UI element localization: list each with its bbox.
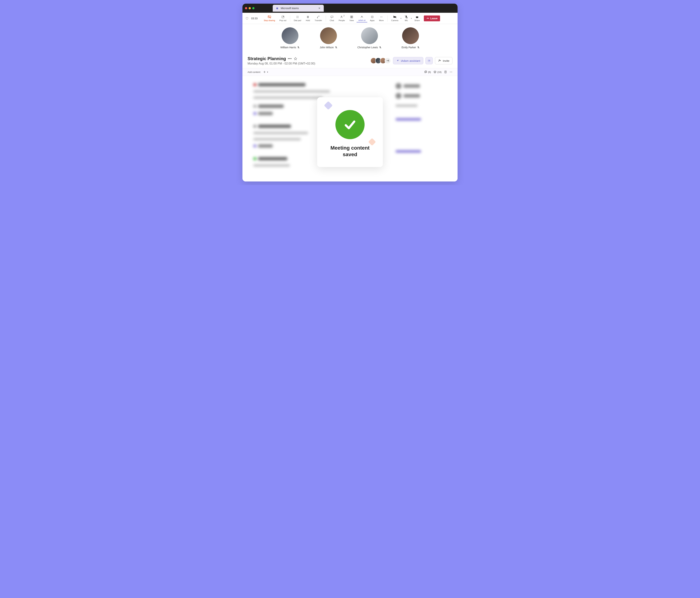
adam-ai-button[interactable]: adam.ai	[356, 14, 367, 22]
more-attendees-badge[interactable]: +4	[385, 58, 391, 64]
svg-point-32	[429, 60, 430, 61]
chevron-down-icon[interactable]: ▾	[411, 17, 412, 19]
browser-tab[interactable]: Microsoft teams	[273, 5, 324, 12]
svg-point-23	[380, 17, 381, 17]
svg-rect-21	[352, 17, 353, 18]
minimize-window-button[interactable]	[249, 7, 251, 9]
mic-muted-icon	[417, 46, 420, 49]
mic-control[interactable]: Mic ▾	[402, 15, 412, 22]
participant-name: Christopher Lewis	[357, 46, 378, 49]
chevron-down-icon[interactable]: ▾	[400, 17, 401, 19]
adam-ai-icon	[360, 15, 364, 19]
camera-off-icon	[393, 15, 397, 19]
content-more-button[interactable]	[450, 71, 452, 73]
success-check-icon	[335, 110, 365, 139]
avatar	[282, 27, 298, 44]
svg-point-33	[439, 59, 440, 60]
stop-sharing-button[interactable]: Stop sharing	[262, 15, 277, 22]
invite-icon	[438, 59, 441, 62]
layers-icon	[433, 71, 436, 73]
participant-card: William Harris	[280, 27, 300, 49]
meeting-toolbar: 03:33 Stop sharing Pop out Dial pad Hold…	[243, 13, 457, 24]
avatar	[320, 27, 337, 44]
sparkle-icon	[396, 59, 399, 62]
svg-point-7	[298, 16, 298, 16]
more-icon	[380, 15, 383, 19]
apps-button[interactable]: Apps	[368, 15, 376, 22]
meeting-header: Strategic Planning ••• Monday Aug 08, 01…	[243, 53, 457, 68]
svg-rect-35	[425, 71, 427, 73]
camera-control[interactable]: Camera ▾	[390, 15, 401, 22]
document-view-button[interactable]	[444, 71, 447, 73]
favorite-button[interactable]	[294, 57, 297, 60]
mic-off-icon	[404, 15, 408, 19]
titlebar: Microsoft teams	[243, 4, 457, 13]
leave-button[interactable]: Leave	[424, 16, 440, 21]
svg-point-13	[298, 18, 298, 18]
dial-pad-button[interactable]: Dial pad	[292, 15, 303, 22]
chat-button[interactable]: Chat	[328, 15, 336, 22]
svg-point-39	[452, 72, 452, 72]
call-duration: 03:33	[251, 17, 257, 20]
people-button[interactable]: 2 People	[337, 15, 347, 22]
svg-rect-18	[351, 16, 351, 17]
close-tab-button[interactable]	[318, 7, 321, 10]
stack-count-button[interactable]: (10)	[433, 71, 442, 73]
mic-muted-icon	[379, 46, 381, 49]
svg-point-38	[451, 72, 451, 72]
invite-button[interactable]: Invite	[435, 57, 452, 64]
iadam-assistant-button[interactable]: iAdam assistant	[393, 57, 423, 64]
gear-sparkle-icon	[427, 59, 431, 62]
participant-card: John Wilson	[320, 27, 337, 49]
assistant-settings-button[interactable]	[425, 57, 433, 64]
hold-icon	[306, 15, 309, 19]
svg-point-10	[298, 17, 298, 17]
participant-name: John Wilson	[320, 46, 333, 49]
svg-rect-15	[308, 16, 309, 18]
view-icon	[350, 15, 353, 19]
add-content-button[interactable]	[263, 70, 266, 74]
separator	[290, 15, 290, 22]
close-window-button[interactable]	[245, 7, 247, 9]
maximize-window-button[interactable]	[252, 7, 254, 9]
cards-count-button[interactable]: (6)	[424, 71, 431, 73]
more-icon	[450, 71, 452, 73]
share-button[interactable]: Share	[412, 15, 422, 22]
mic-muted-icon	[335, 46, 338, 49]
stop-sharing-icon	[268, 15, 271, 19]
pop-out-icon	[281, 15, 284, 19]
svg-rect-19	[352, 16, 353, 17]
apps-icon	[371, 15, 374, 19]
svg-point-24	[381, 17, 381, 17]
svg-rect-20	[351, 17, 351, 18]
attendee-avatars: +4	[372, 58, 391, 64]
participant-card: Christopher Lewis	[357, 27, 381, 49]
content-area: Meeting content saved	[243, 76, 457, 181]
meeting-more-button[interactable]: •••	[288, 57, 292, 61]
separator	[326, 15, 326, 22]
svg-point-0	[276, 7, 277, 8]
participant-name: William Harris	[280, 46, 296, 49]
participant-name: Emily Parker	[402, 46, 416, 49]
dial-pad-icon	[296, 15, 299, 19]
hold-button[interactable]: Hold	[304, 15, 312, 22]
tab-title: Microsoft teams	[281, 7, 299, 10]
svg-rect-14	[307, 16, 308, 18]
svg-point-16	[317, 18, 318, 18]
people-icon: 2	[340, 15, 344, 19]
transfer-icon	[317, 15, 320, 19]
pop-out-button[interactable]: Pop out	[278, 15, 288, 22]
more-button[interactable]: More	[377, 15, 385, 22]
svg-point-9	[297, 17, 298, 17]
app-window: Microsoft teams 03:33 Stop sharing Pop o…	[243, 4, 457, 181]
mic-muted-icon	[297, 46, 300, 49]
svg-point-11	[296, 18, 297, 18]
svg-point-8	[296, 17, 297, 17]
view-button[interactable]: View	[347, 15, 356, 22]
transfer-button[interactable]: Transfer	[313, 15, 324, 22]
window-controls	[245, 7, 254, 9]
chevron-down-icon[interactable]: ▾	[267, 71, 268, 73]
share-icon	[416, 15, 419, 19]
meeting-time: Monday Aug 08, 01:00 PM - 02:00 PM (GMT+…	[248, 62, 372, 65]
confirmation-modal: Meeting content saved	[317, 97, 383, 167]
